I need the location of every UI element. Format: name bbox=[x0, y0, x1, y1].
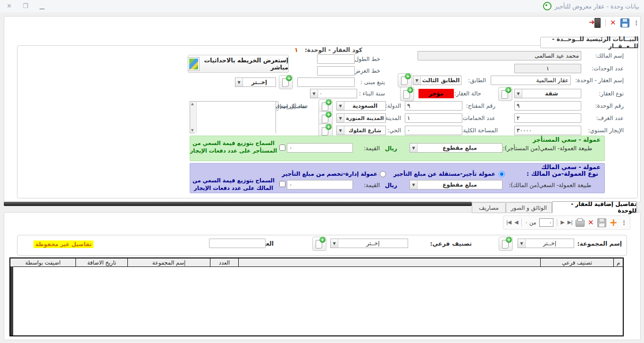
tenant-amount-field[interactable] bbox=[287, 143, 353, 153]
main-groupbox-title-tab[interactable]: البيــانات الرئيسية للــوحــدة - للــعــ… bbox=[540, 37, 639, 48]
bathrooms-count-label: عدد الحمامات: bbox=[461, 115, 495, 122]
owner-amount-field[interactable] bbox=[287, 180, 353, 189]
city-combo[interactable]: ▼ المدينة المنورة bbox=[336, 113, 386, 123]
sub-class-combo[interactable]: ▼ إخــتر bbox=[330, 239, 408, 248]
table-col-added-by[interactable]: اضيفت بواسطة bbox=[10, 258, 75, 266]
extra-details-textarea[interactable] bbox=[195, 102, 276, 135]
add-sub-class-button[interactable]: + bbox=[312, 237, 326, 251]
country-combo[interactable]: ▼ السعودية bbox=[336, 101, 386, 111]
nav-previous-icon[interactable]: ◀ bbox=[514, 218, 518, 227]
nav-first-icon[interactable]: |◀ bbox=[506, 218, 511, 227]
tenant-commission-nature-label: طبيعة العمولة- السعي(من المستأجر): bbox=[503, 145, 592, 152]
tenant-commission-title: عمولة - سعي المستأجر bbox=[533, 136, 601, 143]
nav-position-box[interactable] bbox=[539, 218, 553, 227]
property-status-value: مؤجر bbox=[429, 90, 443, 97]
chevron-down-icon[interactable]: ▼ bbox=[410, 144, 418, 152]
owner-distribute-checkbox[interactable] bbox=[279, 181, 285, 187]
add-floor-button[interactable]: + bbox=[398, 73, 412, 87]
toolbar-grip-icon[interactable]: ⋮ bbox=[634, 20, 640, 26]
count-field[interactable] bbox=[209, 239, 266, 248]
belongs-building-label: يتبع مبنى : bbox=[360, 79, 385, 86]
table-col-index[interactable]: م bbox=[613, 258, 623, 266]
rooms-count-label: عدد الغرف: bbox=[596, 115, 624, 122]
tenant-commission-nature-combo[interactable]: ▼ مبلغ مقطوع bbox=[410, 143, 502, 153]
add-group-button[interactable]: + bbox=[499, 237, 513, 251]
total-area-field[interactable] bbox=[405, 126, 462, 135]
owner-name-field bbox=[418, 51, 581, 60]
tab-details[interactable]: تفاصيل إضافية للعقار - للوحدة bbox=[552, 201, 637, 213]
latitude-field[interactable] bbox=[317, 66, 355, 76]
key-number-label: رقم المفتاح: bbox=[466, 103, 495, 110]
chevron-down-icon[interactable]: ▼ bbox=[413, 76, 421, 85]
property-type-combo[interactable]: ▼ شقة bbox=[514, 89, 581, 98]
longitude-field[interactable] bbox=[317, 54, 355, 64]
navigator-grip-icon[interactable]: ⋮ bbox=[621, 220, 627, 226]
build-year-combo[interactable]: ▼ ٠ bbox=[310, 89, 357, 98]
table-col-group-name[interactable]: إسم المجموعة bbox=[127, 258, 210, 266]
rooms-count-field[interactable] bbox=[514, 113, 581, 123]
unit-number-field[interactable] bbox=[514, 101, 581, 111]
owner-commission-nature-combo[interactable]: ▼ مبلغ مقطوع bbox=[410, 180, 502, 189]
tabstrip-dark-band bbox=[4, 202, 472, 206]
building-choose-combo[interactable]: ▼ إخــتر bbox=[235, 77, 276, 87]
save-floppy-icon[interactable] bbox=[620, 18, 629, 27]
tenant-distribute-checkbox[interactable] bbox=[279, 145, 285, 151]
bathrooms-count-field[interactable] bbox=[405, 113, 462, 123]
chevron-down-icon[interactable]: ▼ bbox=[331, 239, 338, 248]
tenant-commission-nature-value: مبلغ مقطوع bbox=[418, 144, 502, 152]
belongs-building-field[interactable] bbox=[297, 77, 355, 87]
owner-name-label: إسم المالك: bbox=[595, 52, 624, 60]
chevron-down-icon[interactable]: ▼ bbox=[515, 89, 522, 98]
table-col-date-added[interactable]: تاريخ الاضافة bbox=[75, 258, 127, 266]
tab-documents[interactable]: الوثائق و الصور bbox=[506, 202, 552, 213]
rental-commission-radio[interactable] bbox=[499, 171, 505, 177]
owner-commission-nature-label: طبيعة العمولة- السعي(من المالك): bbox=[509, 182, 591, 189]
add-property-status-button[interactable]: + bbox=[400, 87, 414, 101]
tab-expenses[interactable]: مصاريف bbox=[472, 202, 506, 213]
add-property-type-button[interactable]: + bbox=[498, 87, 512, 101]
chevron-down-icon[interactable]: ▼ bbox=[337, 126, 344, 135]
chevron-down-icon[interactable]: ▼ bbox=[310, 89, 318, 98]
tab-documents-label: الوثائق و الصور bbox=[511, 205, 547, 211]
property-name-field[interactable] bbox=[491, 76, 571, 85]
owner-distribute-label: السماح بتوزيع قيمة السعي من المالك على ع… bbox=[190, 177, 277, 192]
key-number-field[interactable] bbox=[405, 101, 462, 111]
unsaved-status-badge: تفاصيل غير محفوظة bbox=[33, 240, 93, 248]
add-building-button[interactable]: + bbox=[279, 75, 293, 89]
table-col-count[interactable]: العدد bbox=[210, 258, 238, 266]
district-label: الحي: bbox=[387, 127, 401, 134]
admin-commission-radio[interactable] bbox=[380, 171, 386, 177]
view-map-button[interactable]: إستعرض الخريطه بالاحداثيات مباشر bbox=[188, 55, 289, 73]
owner-commission-type-label: نوع العمولة-من المالك : bbox=[527, 170, 598, 177]
sub-class-value: إخــتر bbox=[338, 239, 408, 248]
add-row-plus-icon[interactable]: + bbox=[610, 218, 618, 227]
country-label: الدولة: bbox=[385, 103, 401, 110]
district-combo[interactable]: ▼ شارع الملوك bbox=[336, 126, 386, 135]
nav-last-icon[interactable]: ▶| bbox=[568, 218, 572, 227]
chevron-down-icon[interactable]: ▼ bbox=[518, 239, 526, 248]
group-name-label: إسم المجموعة: bbox=[577, 240, 622, 247]
property-type-label: نوع العقار: bbox=[599, 90, 624, 97]
extra-details-area: ▲▼ bbox=[190, 101, 276, 133]
chevron-down-icon[interactable]: ▼ bbox=[410, 180, 418, 189]
table-header-row: م تصنيف فرعي العدد إسم المجموعة تاريخ ال… bbox=[10, 258, 623, 267]
exit-door-icon[interactable]: ➜ bbox=[589, 18, 601, 27]
owner-currency-label: ريال bbox=[385, 182, 397, 189]
delete-row-x-icon[interactable]: ✕ bbox=[588, 219, 594, 226]
print-icon[interactable] bbox=[576, 220, 585, 227]
floor-label: الطابق: bbox=[468, 77, 486, 84]
chevron-down-icon[interactable]: ▼ bbox=[235, 78, 243, 86]
floor-combo[interactable]: ▼ الطابق الثالث bbox=[413, 76, 461, 85]
nav-next-icon[interactable]: ▶ bbox=[560, 218, 564, 227]
annual-rent-field[interactable] bbox=[514, 126, 581, 135]
delete-x-icon[interactable]: ✕ bbox=[610, 19, 616, 26]
table-col-subclass[interactable]: تصنيف فرعي bbox=[540, 258, 613, 266]
chevron-down-icon[interactable]: ▼ bbox=[337, 114, 344, 122]
scrollbar[interactable]: ▲▼ bbox=[190, 102, 197, 133]
save-row-floppy-icon[interactable] bbox=[597, 218, 606, 227]
group-name-combo[interactable]: ▼ إخــتر bbox=[518, 239, 574, 248]
minimize-icon[interactable]: ▁ bbox=[40, 3, 44, 9]
restore-icon[interactable]: ❐ bbox=[23, 3, 28, 9]
close-icon[interactable]: ✕ bbox=[7, 3, 12, 9]
chevron-down-icon[interactable]: ▼ bbox=[337, 102, 344, 110]
